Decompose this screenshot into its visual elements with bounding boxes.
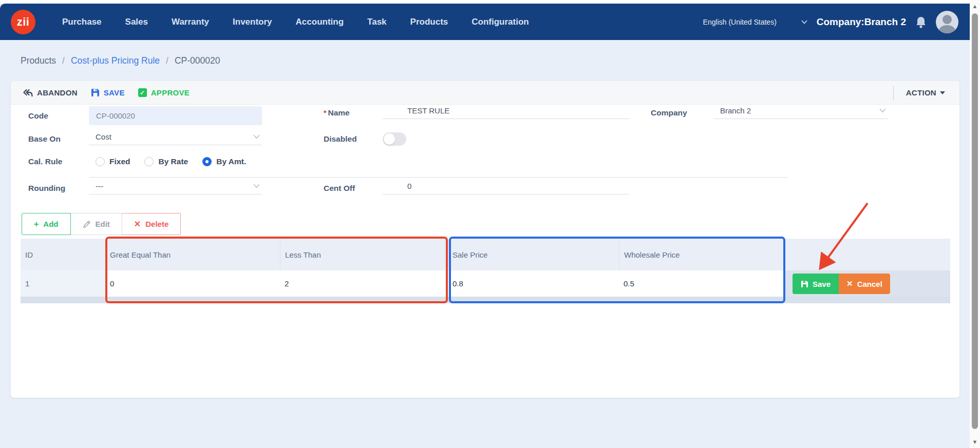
add-row-button[interactable]: + Add xyxy=(22,213,71,235)
nav-item-task[interactable]: Task xyxy=(367,17,387,27)
avatar-body-shape xyxy=(939,25,955,33)
breadcrumb-current-record: CP-000020 xyxy=(175,55,220,66)
required-asterisk: * xyxy=(324,109,326,117)
chevron-down-icon xyxy=(253,134,260,139)
rounding-field-row: Rounding --- xyxy=(28,182,331,194)
notification-bell-icon[interactable] xyxy=(915,16,927,28)
disabled-label: Disabled xyxy=(324,134,383,144)
cell-great-equal-than-input[interactable]: 0 xyxy=(105,270,280,297)
scroll-down-arrow-icon[interactable]: ▼ xyxy=(971,438,978,445)
nav-item-purchase[interactable]: Purchase xyxy=(62,17,102,27)
nav-item-configuration[interactable]: Configuration xyxy=(472,17,529,27)
edit-row-button[interactable]: Edit xyxy=(71,213,122,235)
base-on-select[interactable]: Cost xyxy=(89,132,262,145)
company-select[interactable]: Branch 2 xyxy=(713,106,888,119)
base-on-value: Cost xyxy=(96,132,111,141)
reply-all-icon xyxy=(23,89,33,97)
action-dropdown-button[interactable]: ACTION xyxy=(906,88,945,97)
check-square-icon: ✓ xyxy=(138,88,147,97)
breadcrumb-separator: / xyxy=(62,55,65,66)
rounding-value: --- xyxy=(96,182,103,190)
base-on-field-row: Base On Cost xyxy=(28,132,331,145)
app-window: zii Purchase Sales Warranty Inventory Ac… xyxy=(0,0,980,448)
company-selector[interactable]: Company:Branch 2 xyxy=(817,16,906,28)
vertical-scrollbar[interactable]: ▲ ▼ xyxy=(970,0,980,448)
floppy-save-icon xyxy=(801,280,808,288)
approve-button[interactable]: ✓ APPROVE xyxy=(138,88,190,97)
nav-item-inventory[interactable]: Inventory xyxy=(233,17,272,27)
code-label: Code xyxy=(28,111,89,121)
row-action-buttons: Save ✕ Cancel xyxy=(793,274,890,294)
breadcrumb-separator: / xyxy=(166,55,168,66)
action-label: ACTION xyxy=(906,88,936,97)
row-save-button[interactable]: Save xyxy=(793,274,839,294)
radio-by-rate-label: By Rate xyxy=(158,157,188,166)
language-selector[interactable]: English (United States) xyxy=(703,18,777,26)
company-label: Company xyxy=(651,108,713,118)
add-label: Add xyxy=(43,220,58,228)
name-value: TEST RULE xyxy=(407,106,449,115)
grid-toolbar: + Add Edit ✕ Delete xyxy=(22,213,181,235)
caret-down-icon xyxy=(940,91,945,94)
code-input[interactable]: CP-000020 xyxy=(89,106,262,125)
base-on-label: Base On xyxy=(28,134,89,144)
rounding-label: Rounding xyxy=(28,184,89,193)
scroll-up-arrow-icon[interactable]: ▲ xyxy=(971,3,978,10)
pencil-icon xyxy=(83,220,91,228)
name-input[interactable]: TEST RULE xyxy=(383,106,629,119)
disabled-toggle[interactable] xyxy=(383,132,406,146)
nav-item-sales[interactable]: Sales xyxy=(125,17,148,27)
nav-item-accounting[interactable]: Accounting xyxy=(296,17,344,27)
breadcrumb-products[interactable]: Products xyxy=(21,55,56,66)
radio-fixed-label: Fixed xyxy=(109,157,130,166)
column-header-great-equal-than[interactable]: Great Equal Than xyxy=(105,239,280,270)
cal-rule-label: Cal. Rule xyxy=(28,157,89,166)
rounding-select[interactable]: --- xyxy=(89,182,262,194)
row-save-label: Save xyxy=(813,280,831,288)
name-field-row: *Name TEST RULE xyxy=(324,106,632,119)
scrollbar-thumb[interactable] xyxy=(972,13,978,429)
column-header-id[interactable]: ID xyxy=(21,239,105,270)
delete-label: Delete xyxy=(145,220,168,228)
disabled-field-row: Disabled xyxy=(324,132,632,146)
cent-off-value: 0 xyxy=(407,182,411,190)
cell-less-than-input[interactable]: 2 xyxy=(280,270,448,297)
cell-wholesale-price-input[interactable]: 0.5 xyxy=(619,270,785,297)
breadcrumb: Products / Cost-plus Pricing Rule / CP-0… xyxy=(21,55,220,66)
toggle-knob xyxy=(384,133,395,145)
cent-off-input[interactable]: 0 xyxy=(383,182,629,194)
plus-icon: + xyxy=(34,220,39,229)
save-label: SAVE xyxy=(104,88,125,97)
x-icon: ✕ xyxy=(134,219,141,229)
code-field-row: Code CP-000020 xyxy=(28,106,331,125)
top-navbar: zii Purchase Sales Warranty Inventory Ac… xyxy=(0,4,970,40)
radio-by-rate[interactable]: By Rate xyxy=(144,157,188,166)
cent-off-label: Cent Off xyxy=(324,184,383,193)
save-button[interactable]: SAVE xyxy=(91,88,125,97)
radio-by-amt-label: By Amt. xyxy=(216,157,246,166)
column-header-wholesale-price[interactable]: Wholesale Price xyxy=(619,239,785,270)
nav-item-products[interactable]: Products xyxy=(410,17,448,27)
cal-rule-field-row: Cal. Rule Fixed By Rate By Amt. xyxy=(28,157,799,166)
cal-rule-radio-group: Fixed By Rate By Amt. xyxy=(89,157,246,166)
column-header-sale-price[interactable]: Sale Price xyxy=(448,239,619,270)
radio-checked-icon xyxy=(202,157,212,166)
radio-fixed[interactable]: Fixed xyxy=(96,157,130,166)
cent-off-field-row: Cent Off 0 xyxy=(324,182,632,194)
avatar-head-shape xyxy=(943,15,952,24)
floppy-save-icon xyxy=(91,88,100,97)
row-cancel-button[interactable]: ✕ Cancel xyxy=(839,274,890,294)
user-avatar[interactable] xyxy=(936,11,958,33)
toolbar-divider xyxy=(893,86,894,100)
chevron-down-icon[interactable] xyxy=(801,20,807,24)
cell-sale-price-input[interactable]: 0.8 xyxy=(448,270,619,297)
breadcrumb-pricing-rule-link[interactable]: Cost-plus Pricing Rule xyxy=(71,55,160,66)
delete-row-button[interactable]: ✕ Delete xyxy=(122,213,181,235)
app-logo[interactable]: zii xyxy=(11,10,35,34)
approve-label: APPROVE xyxy=(151,88,190,97)
chevron-down-icon xyxy=(879,108,886,113)
nav-item-warranty[interactable]: Warranty xyxy=(172,17,209,27)
abandon-button[interactable]: ABANDON xyxy=(23,88,78,97)
radio-by-amt[interactable]: By Amt. xyxy=(202,157,246,166)
column-header-less-than[interactable]: Less Than xyxy=(280,239,448,270)
